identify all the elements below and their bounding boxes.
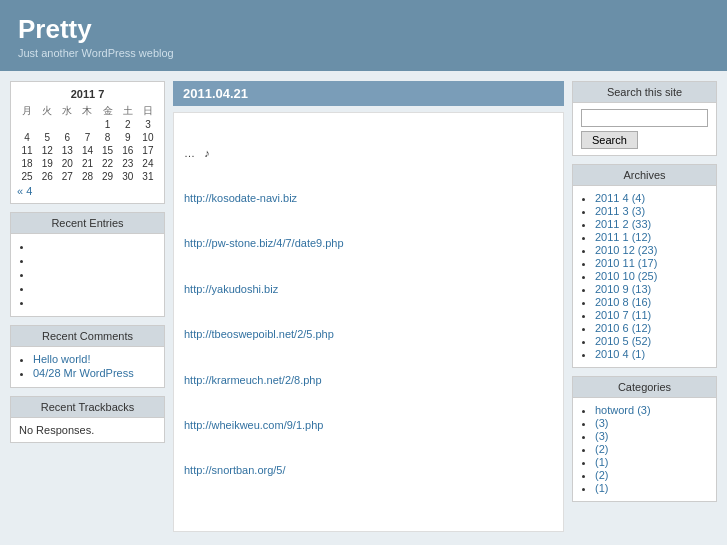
- post-line: [184, 257, 553, 276]
- recent-comments-content: Hello world! 04/28 Mr WordPress: [11, 347, 164, 387]
- archive-link[interactable]: 2010 8 (16): [595, 296, 651, 308]
- calendar-heading: 2011 7: [17, 88, 158, 100]
- archives-title: Archives: [573, 165, 716, 186]
- category-link[interactable]: (2): [595, 469, 608, 481]
- list-item: [33, 296, 156, 308]
- archive-link[interactable]: 2010 4 (1): [595, 348, 645, 360]
- list-item: hotword (3): [595, 404, 708, 416]
- post-line: http://pw-stone.biz/4/7/date9.php: [184, 234, 553, 253]
- search-content: Search: [573, 103, 716, 155]
- post-line: [184, 212, 553, 231]
- list-item: 2010 5 (52): [595, 335, 708, 347]
- search-box: Search this site Search: [572, 81, 717, 156]
- cal-th: 月: [17, 104, 37, 118]
- post-link[interactable]: http://pw-stone.biz/4/7/date9.php: [184, 237, 344, 249]
- post-line: [184, 348, 553, 367]
- categories-list: hotword (3)(3)(3)(2)(1)(2)(1): [581, 404, 708, 494]
- right-sidebar: Search this site Search Archives 2011 4 …: [572, 81, 717, 532]
- list-item: (1): [595, 482, 708, 494]
- list-item: (2): [595, 469, 708, 481]
- post-link[interactable]: http://snortban.org/5/: [184, 464, 286, 476]
- archive-link[interactable]: 2010 11 (17): [595, 257, 657, 269]
- post-link[interactable]: http://tbeoswepoibl.net/2/5.php: [184, 328, 334, 340]
- recent-comments-box: Recent Comments Hello world! 04/28 Mr Wo…: [10, 325, 165, 388]
- archive-link[interactable]: 2011 1 (12): [595, 231, 651, 243]
- post-line: http://yakudoshi.biz: [184, 280, 553, 299]
- post-line: [184, 121, 553, 140]
- calendar-widget: 2011 7 月 火 水 木 金 土 日 123: [10, 81, 165, 204]
- archive-link[interactable]: 2010 9 (13): [595, 283, 651, 295]
- recent-entries-box: Recent Entries: [10, 212, 165, 317]
- list-item: [33, 268, 156, 280]
- archive-link[interactable]: 2011 3 (3): [595, 205, 645, 217]
- list-item: 2011 4 (4): [595, 192, 708, 204]
- list-item: 2011 2 (33): [595, 218, 708, 230]
- calendar-table: 月 火 水 木 金 土 日 123 4567: [17, 104, 158, 183]
- category-link[interactable]: (2): [595, 443, 608, 455]
- post-link[interactable]: http://kosodate-navi.biz: [184, 192, 297, 204]
- post-line: [184, 303, 553, 322]
- list-item: (3): [595, 430, 708, 442]
- site-title: Pretty: [18, 14, 709, 45]
- archives-content: 2011 4 (4)2011 3 (3)2011 2 (33)2011 1 (1…: [573, 186, 716, 367]
- list-item: (2): [595, 443, 708, 455]
- site-header: Pretty Just another WordPress weblog: [0, 0, 727, 71]
- recent-comments-title: Recent Comments: [11, 326, 164, 347]
- list-item: (3): [595, 417, 708, 429]
- no-responses-text: No Responses.: [19, 424, 94, 436]
- category-link[interactable]: (3): [595, 417, 608, 429]
- archive-link[interactable]: 2010 6 (12): [595, 322, 651, 334]
- cal-th: 木: [77, 104, 97, 118]
- list-item: 2011 1 (12): [595, 231, 708, 243]
- comment-link[interactable]: 04/28 Mr WordPress: [33, 367, 134, 379]
- search-title: Search this site: [573, 82, 716, 103]
- search-button[interactable]: Search: [581, 131, 638, 149]
- archive-link[interactable]: 2010 5 (52): [595, 335, 651, 347]
- list-item: 2010 11 (17): [595, 257, 708, 269]
- archive-link[interactable]: 2011 2 (33): [595, 218, 651, 230]
- post-line: http://tbeoswepoibl.net/2/5.php: [184, 325, 553, 344]
- cal-th: 火: [37, 104, 57, 118]
- archive-link[interactable]: 2010 7 (11): [595, 309, 651, 321]
- recent-trackbacks-title: Recent Trackbacks: [11, 397, 164, 418]
- archives-list: 2011 4 (4)2011 3 (3)2011 2 (33)2011 1 (1…: [581, 192, 708, 360]
- post-link[interactable]: http://wheikweu.com/9/1.php: [184, 419, 323, 431]
- categories-box: Categories hotword (3)(3)(3)(2)(1)(2)(1): [572, 376, 717, 502]
- list-item: 2010 10 (25): [595, 270, 708, 282]
- post-line: http://wheikweu.com/9/1.php: [184, 416, 553, 435]
- site-subtitle: Just another WordPress weblog: [18, 47, 709, 59]
- comment-link[interactable]: Hello world!: [33, 353, 90, 365]
- list-item: 2011 3 (3): [595, 205, 708, 217]
- list-item: 2010 8 (16): [595, 296, 708, 308]
- list-item: Hello world!: [33, 353, 156, 365]
- post-line: http://krarmeuch.net/2/8.php: [184, 371, 553, 390]
- category-link[interactable]: (1): [595, 456, 608, 468]
- archive-link[interactable]: 2011 4 (4): [595, 192, 645, 204]
- cal-th: 土: [118, 104, 138, 118]
- category-link[interactable]: (3): [595, 430, 608, 442]
- post-line: [184, 439, 553, 458]
- list-item: 2010 6 (12): [595, 322, 708, 334]
- archive-link[interactable]: 2010 12 (23): [595, 244, 657, 256]
- list-item: [33, 254, 156, 266]
- post-line: http://kosodate-navi.biz: [184, 189, 553, 208]
- post-link[interactable]: http://krarmeuch.net/2/8.php: [184, 374, 322, 386]
- search-input[interactable]: [581, 109, 708, 127]
- list-item: 2010 7 (11): [595, 309, 708, 321]
- main-content: 2011.04.21 … ♪ http://kosodate-navi.biz …: [173, 81, 564, 532]
- category-link[interactable]: (1): [595, 482, 608, 494]
- recent-entries-list: [19, 240, 156, 308]
- post-body: … ♪ http://kosodate-navi.biz http://pw-s…: [173, 112, 564, 532]
- archives-box: Archives 2011 4 (4)2011 3 (3)2011 2 (33)…: [572, 164, 717, 368]
- recent-trackbacks-content: No Responses.: [11, 418, 164, 442]
- categories-title: Categories: [573, 377, 716, 398]
- list-item: 04/28 Mr WordPress: [33, 367, 156, 379]
- calendar-prev-link[interactable]: « 4: [17, 185, 32, 197]
- recent-comments-list: Hello world! 04/28 Mr WordPress: [19, 353, 156, 379]
- category-link[interactable]: hotword (3): [595, 404, 651, 416]
- post-link[interactable]: http://yakudoshi.biz: [184, 283, 278, 295]
- post-line: [184, 393, 553, 412]
- cal-th: 金: [98, 104, 118, 118]
- list-item: [33, 282, 156, 294]
- archive-link[interactable]: 2010 10 (25): [595, 270, 657, 282]
